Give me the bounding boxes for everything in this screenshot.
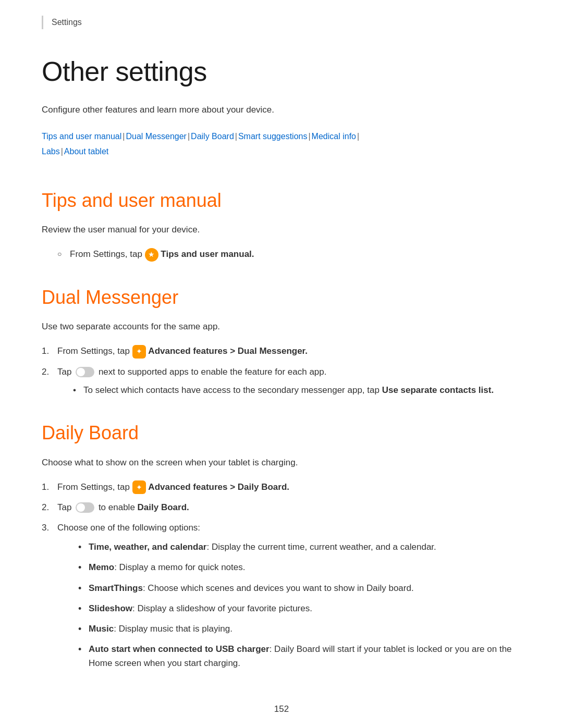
daily-board-step2: 2. Tap to enable Daily Board. [42, 500, 521, 514]
daily-board-options-list: Time, weather, and calendar: Display the… [57, 540, 521, 670]
daily-board-option-2: Memo: Display a memo for quick notes. [78, 560, 521, 574]
dual-messenger-sub-list: To select which contacts have access to … [57, 383, 521, 397]
tips-step1-bold: Tips and user manual. [161, 249, 254, 259]
daily-board-description: Choose what to show on the screen when y… [42, 455, 521, 470]
nav-link-tips[interactable]: Tips and user manual [42, 132, 121, 141]
option-2-text: : Display a memo for quick notes. [114, 562, 245, 572]
section-dual-messenger: Dual Messenger Use two separate accounts… [42, 282, 521, 397]
dual-messenger-step1-prefix: From Settings, tap [57, 346, 130, 356]
toggle-icon-1 [76, 367, 94, 377]
tips-steps-list: From Settings, tap ★ Tips and user manua… [42, 247, 521, 261]
tips-step1-prefix: From Settings, tap [70, 249, 142, 259]
page-container: Settings Other settings Configure other … [0, 0, 563, 728]
option-5-bold: Music [89, 624, 114, 634]
daily-board-step2-bold: Daily Board. [138, 502, 189, 512]
daily-board-step3-text: Choose one of the following options: [57, 523, 200, 533]
advanced-features-icon-2: ✦ [132, 480, 146, 494]
dual-messenger-step2-prefix: Tap [57, 367, 71, 377]
daily-board-step1-bold: Advanced features > Daily Board. [148, 482, 289, 492]
nav-links: Tips and user manual|Dual Messenger|Dail… [42, 129, 521, 159]
option-3-bold: SmartThings [89, 583, 143, 593]
option-6-bold: Auto start when connected to USB charger [89, 644, 270, 654]
daily-board-option-1: Time, weather, and calendar: Display the… [78, 540, 521, 554]
option-5-text: : Display music that is playing. [114, 624, 232, 634]
section-title-tips: Tips and user manual [42, 186, 521, 216]
dual-messenger-step2: 2. Tap next to supported apps to enable … [42, 365, 521, 397]
advanced-features-icon-1: ✦ [132, 345, 146, 359]
daily-board-option-3: SmartThings: Choose which scenes and dev… [78, 581, 521, 595]
nav-link-smart-suggestions[interactable]: Smart suggestions [238, 132, 308, 141]
dual-messenger-step1-bold: Advanced features > Dual Messenger. [148, 346, 308, 356]
daily-board-step3: 3. Choose one of the following options: … [42, 521, 521, 671]
breadcrumb-label: Settings [52, 18, 82, 27]
sub-bullet-bold: Use separate contacts list. [382, 385, 494, 395]
section-tips: Tips and user manual Review the user man… [42, 186, 521, 262]
daily-board-option-4: Slideshow: Display a slideshow of your f… [78, 601, 521, 615]
tips-icon: ★ [145, 248, 158, 262]
page-footer: 152 [42, 692, 521, 716]
page-description: Configure other features and learn more … [42, 103, 521, 117]
nav-link-medical-info[interactable]: Medical info [312, 132, 356, 141]
section-title-dual-messenger: Dual Messenger [42, 282, 521, 313]
nav-link-dual-messenger[interactable]: Dual Messenger [126, 132, 187, 141]
daily-board-steps-list: 1. From Settings, tap ✦ Advanced feature… [42, 480, 521, 671]
option-1-bold: Time, weather, and calendar [89, 542, 206, 552]
breadcrumb: Settings [42, 16, 521, 29]
daily-board-step2-prefix: Tap [57, 502, 71, 512]
dual-messenger-step1: 1. From Settings, tap ✦ Advanced feature… [42, 344, 521, 358]
option-4-bold: Slideshow [89, 603, 132, 613]
daily-board-option-6: Auto start when connected to USB charger… [78, 642, 521, 670]
daily-board-step1: 1. From Settings, tap ✦ Advanced feature… [42, 480, 521, 494]
tips-description: Review the user manual for your device. [42, 223, 521, 237]
dual-messenger-description: Use two separate accounts for the same a… [42, 319, 521, 334]
nav-link-daily-board[interactable]: Daily Board [191, 132, 234, 141]
dual-messenger-step2-suffix: next to supported apps to enable the fea… [99, 367, 327, 377]
daily-board-step1-prefix: From Settings, tap [57, 482, 130, 492]
nav-link-labs[interactable]: Labs [42, 147, 60, 156]
section-daily-board: Daily Board Choose what to show on the s… [42, 418, 521, 671]
dual-messenger-steps-list: 1. From Settings, tap ✦ Advanced feature… [42, 344, 521, 397]
toggle-icon-2 [76, 502, 94, 513]
tips-step1: From Settings, tap ★ Tips and user manua… [57, 247, 521, 261]
option-2-bold: Memo [89, 562, 114, 572]
option-3-text: : Choose which scenes and devices you wa… [143, 583, 414, 593]
dual-messenger-sub-item: To select which contacts have access to … [73, 383, 521, 397]
daily-board-option-5: Music: Display music that is playing. [78, 622, 521, 636]
option-1-text: : Display the current time, current weat… [206, 542, 436, 552]
sub-bullet-text: To select which contacts have access to … [83, 385, 380, 395]
nav-link-about-tablet[interactable]: About tablet [64, 147, 108, 156]
page-title: Other settings [42, 50, 521, 93]
daily-board-step2-suffix: to enable [99, 502, 135, 512]
option-4-text: : Display a slideshow of your favorite p… [132, 603, 312, 613]
page-number: 152 [274, 704, 289, 714]
section-title-daily-board: Daily Board [42, 418, 521, 448]
